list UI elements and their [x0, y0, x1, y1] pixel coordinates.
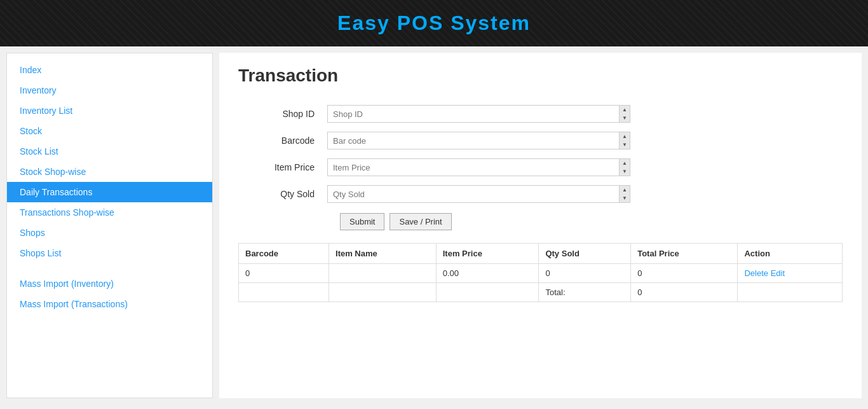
shop-id-input[interactable] — [327, 105, 620, 123]
qty-sold-input[interactable] — [327, 185, 620, 203]
sidebar-item-stock-shop-wise[interactable]: Stock Shop-wise — [7, 162, 212, 182]
form-actions: Submit Save / Print — [340, 213, 843, 230]
col-barcode: Barcode — [239, 244, 329, 264]
form-group-item-price: Item Price▲▼ — [238, 158, 843, 176]
item-price-spinner-down[interactable]: ▼ — [620, 167, 630, 176]
totals-empty-1 — [329, 283, 437, 302]
col-total-price: Total Price — [631, 244, 738, 264]
input-wrapper-qty-sold: ▲▼ — [327, 185, 630, 203]
table-cell-3: 0 — [539, 264, 631, 283]
app-title: Easy POS System — [337, 11, 531, 34]
col-item-name: Item Name — [329, 244, 437, 264]
sidebar-item-stock-list[interactable]: Stock List — [7, 141, 212, 162]
totals-label: Total: — [539, 283, 631, 302]
table-cell-0: 0 — [239, 264, 329, 283]
sidebar-item-inventory[interactable]: Inventory — [7, 80, 212, 101]
barcode-spinner-down[interactable]: ▼ — [620, 141, 630, 149]
delete-link[interactable]: Delete — [744, 268, 768, 278]
col-action: Action — [738, 244, 843, 264]
table-header: BarcodeItem NameItem PriceQty SoldTotal … — [239, 244, 843, 264]
sidebar-item-stock[interactable]: Stock — [7, 121, 212, 141]
item-price-spinner: ▲▼ — [620, 158, 630, 176]
table-cell-1 — [329, 264, 437, 283]
shop-id-spinner: ▲▼ — [620, 105, 630, 123]
totals-value: 0 — [631, 283, 738, 302]
app-header: Easy POS System — [0, 0, 868, 46]
totals-action — [738, 283, 843, 302]
col-item-price: Item Price — [436, 244, 539, 264]
sidebar-item-mass-import-inventory[interactable]: Mass Import (Inventory) — [7, 274, 212, 294]
item-price-input[interactable] — [327, 158, 620, 176]
barcode-input[interactable] — [327, 132, 620, 149]
label-shop-id: Shop ID — [238, 109, 327, 119]
label-barcode: Barcode — [238, 135, 327, 146]
input-wrapper-barcode: ▲▼ — [327, 132, 630, 149]
shop-id-spinner-down[interactable]: ▼ — [620, 114, 630, 122]
table-row: 00.0000Delete Edit — [239, 264, 843, 283]
save-print-button[interactable]: Save / Print — [390, 213, 451, 230]
totals-row: Total:0 — [239, 283, 843, 302]
totals-empty-2 — [436, 283, 539, 302]
form-group-barcode: Barcode▲▼ — [238, 132, 843, 149]
barcode-spinner: ▲▼ — [620, 132, 630, 149]
main-container: IndexInventoryInventory ListStockStock L… — [0, 46, 868, 405]
edit-link[interactable]: Edit — [768, 268, 785, 278]
sidebar-item-inventory-list[interactable]: Inventory List — [7, 101, 212, 121]
col-qty-sold: Qty Sold — [539, 244, 631, 264]
table-cell-2: 0.00 — [436, 264, 539, 283]
sidebar-divider — [7, 263, 212, 274]
qty-sold-spinner-up[interactable]: ▲ — [620, 186, 630, 194]
sidebar: IndexInventoryInventory ListStockStock L… — [6, 53, 213, 398]
submit-button[interactable]: Submit — [340, 213, 384, 230]
sidebar-item-mass-import-transactions[interactable]: Mass Import (Transactions) — [7, 294, 212, 314]
sidebar-item-shops[interactable]: Shops — [7, 223, 212, 243]
sidebar-item-shops-list[interactable]: Shops List — [7, 243, 212, 263]
label-item-price: Item Price — [238, 162, 327, 172]
qty-sold-spinner: ▲▼ — [620, 185, 630, 203]
item-price-spinner-up[interactable]: ▲ — [620, 159, 630, 167]
shop-id-spinner-up[interactable]: ▲ — [620, 106, 630, 114]
label-qty-sold: Qty Sold — [238, 189, 327, 199]
table-body: 00.0000Delete EditTotal:0 — [239, 264, 843, 302]
input-wrapper-item-price: ▲▼ — [327, 158, 630, 176]
page-title: Transaction — [238, 66, 843, 86]
form-group-qty-sold: Qty Sold▲▼ — [238, 185, 843, 203]
qty-sold-spinner-down[interactable]: ▼ — [620, 194, 630, 202]
transaction-form: Shop ID▲▼Barcode▲▼Item Price▲▼Qty Sold▲▼ — [238, 105, 843, 203]
sidebar-item-daily-transactions[interactable]: Daily Transactions — [7, 182, 212, 202]
sidebar-item-index[interactable]: Index — [7, 60, 212, 80]
barcode-spinner-up[interactable]: ▲ — [620, 132, 630, 141]
table-cell-action: Delete Edit — [738, 264, 843, 283]
input-wrapper-shop-id: ▲▼ — [327, 105, 630, 123]
table-cell-4: 0 — [631, 264, 738, 283]
content-area: Transaction Shop ID▲▼Barcode▲▼Item Price… — [219, 53, 862, 398]
sidebar-item-transactions-shop-wise[interactable]: Transactions Shop-wise — [7, 202, 212, 223]
transactions-table: BarcodeItem NameItem PriceQty SoldTotal … — [238, 243, 843, 302]
form-group-shop-id: Shop ID▲▼ — [238, 105, 843, 123]
totals-empty-0 — [239, 283, 329, 302]
